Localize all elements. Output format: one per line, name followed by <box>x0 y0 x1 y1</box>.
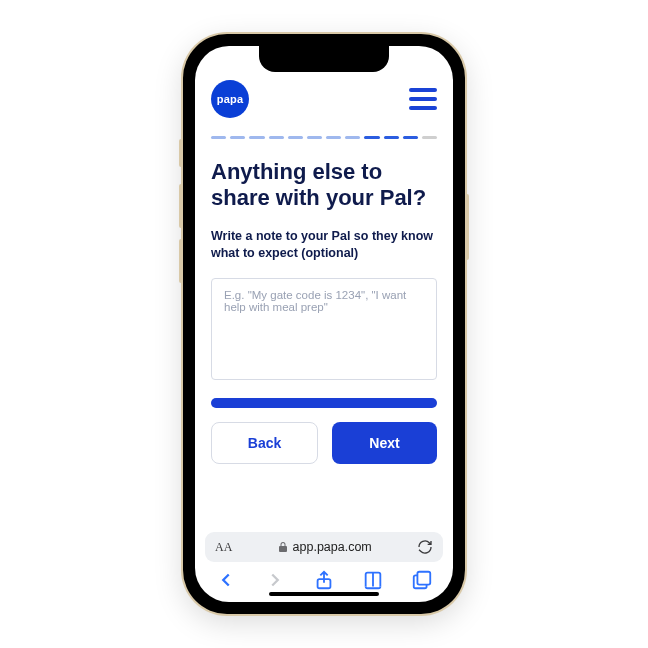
side-button <box>179 139 183 167</box>
step-progress <box>211 136 437 139</box>
back-icon[interactable] <box>215 569 237 591</box>
lock-icon <box>278 541 288 553</box>
url-text: app.papa.com <box>293 540 372 554</box>
browser-toolbar <box>195 562 453 602</box>
nav-row: Back Next <box>211 422 437 464</box>
note-textarea[interactable] <box>211 278 437 380</box>
brand-logo[interactable]: papa <box>211 80 249 118</box>
volume-up-button <box>179 184 183 228</box>
progress-bar <box>211 398 437 408</box>
url-display[interactable]: app.papa.com <box>278 540 372 554</box>
power-button <box>465 194 469 260</box>
home-indicator <box>269 592 379 596</box>
browser-address-bar[interactable]: AA app.papa.com <box>205 532 443 562</box>
notch <box>259 46 389 72</box>
reload-icon[interactable] <box>417 539 433 555</box>
tabs-icon[interactable] <box>411 569 433 591</box>
page-subtitle: Write a note to your Pal so they know wh… <box>211 228 437 262</box>
screen: papa Anything else to share with your Pa… <box>195 46 453 602</box>
app-content: papa Anything else to share with your Pa… <box>195 46 453 522</box>
next-button[interactable]: Next <box>332 422 437 464</box>
back-button[interactable]: Back <box>211 422 318 464</box>
volume-down-button <box>179 239 183 283</box>
svg-rect-1 <box>418 572 431 585</box>
phone-frame: papa Anything else to share with your Pa… <box>183 34 465 614</box>
bookmarks-icon[interactable] <box>362 569 384 591</box>
forward-icon <box>264 569 286 591</box>
page-title: Anything else to share with your Pal? <box>211 159 437 212</box>
menu-icon[interactable] <box>409 88 437 110</box>
text-size-button[interactable]: AA <box>215 540 232 555</box>
share-icon[interactable] <box>313 569 335 591</box>
top-bar: papa <box>211 80 437 118</box>
